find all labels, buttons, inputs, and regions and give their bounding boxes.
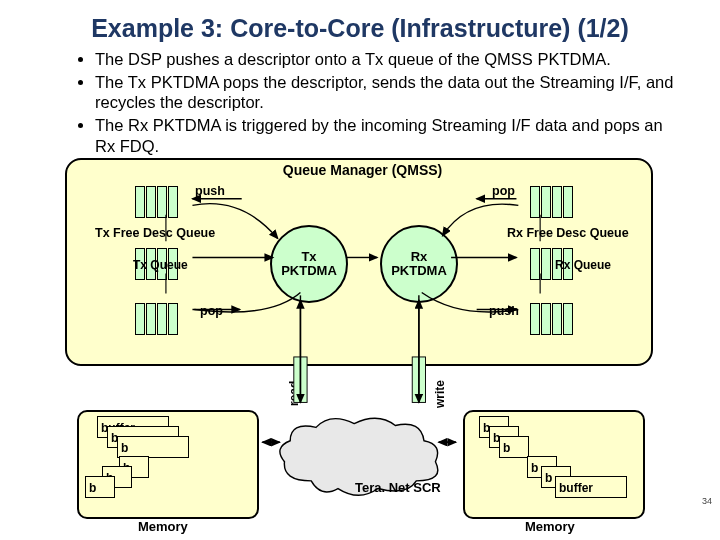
tx-queue-label: Tx Queue (133, 258, 188, 272)
bullet-item: The Tx PKTDMA pops the descriptor, sends… (95, 72, 675, 113)
page-number: 34 (702, 496, 712, 506)
qmss-title: Queue Manager (QMSS) (65, 162, 660, 178)
bullet-list: The DSP pushes a descriptor onto a Tx qu… (55, 49, 675, 156)
write-label: write (433, 380, 447, 408)
diagram: Queue Manager (QMSS) push pop Tx Free De… (65, 158, 660, 518)
memory-right-label: Memory (525, 519, 575, 534)
memory-left-label: Memory (138, 519, 188, 534)
pop-label-right: pop (492, 184, 515, 198)
rx-queue-label: Rx Queue (555, 258, 611, 272)
tx-out-queue (135, 303, 178, 335)
push-label-left: push (195, 184, 225, 198)
teranet-label: Tera. Net SCR (355, 480, 441, 495)
push-label-right: push (489, 304, 519, 318)
tx-free-queue (135, 186, 178, 218)
tx-pktdma: Tx PKTDMA (270, 225, 348, 303)
rx-pktdma: Rx PKTDMA (380, 225, 458, 303)
read-label: read (287, 381, 301, 406)
rx-free-label: Rx Free Desc Queue (507, 226, 629, 240)
bullet-item: The DSP pushes a descriptor onto a Tx qu… (95, 49, 675, 70)
bullet-item: The Rx PKTDMA is triggered by the incomi… (95, 115, 675, 156)
tx-free-label: Tx Free Desc Queue (95, 226, 215, 240)
rx-in-queue (530, 303, 573, 335)
pop-label-left: pop (200, 304, 223, 318)
slide-title: Example 3: Core-to-Core (Infrastructure)… (0, 0, 720, 49)
rx-free-queue (530, 186, 573, 218)
